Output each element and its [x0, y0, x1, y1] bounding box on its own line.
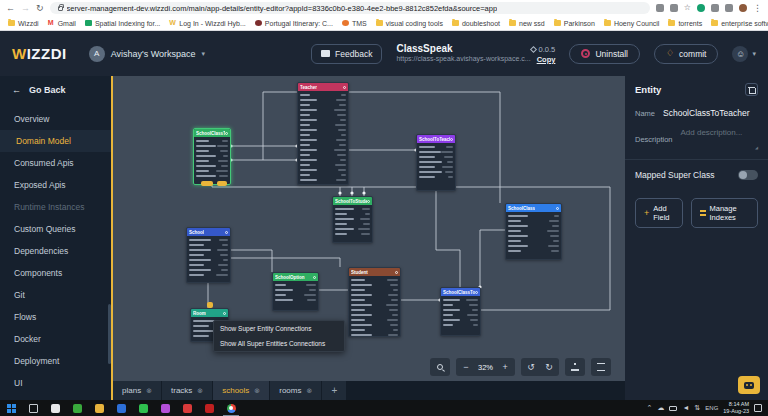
taskbar-photos-app-icon[interactable]: [154, 400, 176, 416]
bookmark-item[interactable]: MGmail: [48, 20, 76, 27]
entity-header[interactable]: SchoolClassToStudent: [441, 288, 480, 296]
context-menu-item[interactable]: Show All Super Entities Connections: [214, 336, 344, 351]
entity-settings-icon[interactable]: [223, 312, 226, 315]
taskbar-notepad-icon[interactable]: [44, 400, 66, 416]
sidebar-item-docker[interactable]: Docker: [0, 328, 111, 350]
entity-field-row[interactable]: [335, 231, 370, 236]
entity-node-teacher[interactable]: Teacher: [297, 82, 349, 185]
clock[interactable]: 8:14 AM 19-Aug-23: [723, 401, 749, 415]
add-field-button[interactable]: + Add Field: [635, 198, 683, 228]
entity-settings-icon[interactable]: [475, 291, 478, 294]
sidebar-item-exposed-apis[interactable]: Exposed Apis: [0, 174, 111, 196]
taskbar-chrome-icon[interactable]: [220, 400, 242, 416]
entity-field-row[interactable]: [275, 297, 316, 302]
tab-close-icon[interactable]: ⊗: [197, 387, 203, 395]
copy-url-link[interactable]: Copy: [537, 55, 556, 64]
uninstall-button[interactable]: Uninstall: [569, 44, 640, 64]
entity-node-schooloption[interactable]: SchoolOption: [272, 272, 319, 311]
sidebar-item-dependencies[interactable]: Dependencies: [0, 240, 111, 262]
entity-settings-icon[interactable]: [225, 132, 228, 135]
entity-field-row[interactable]: [351, 332, 398, 337]
zoom-in-button[interactable]: +: [499, 362, 511, 372]
bookmark-item[interactable]: Portugal Itinerary: C...: [255, 20, 333, 27]
share-icon[interactable]: [670, 4, 678, 12]
bookmark-item[interactable]: doubleshoot: [452, 20, 500, 27]
sidebar-item-domain-model[interactable]: Domain Model: [0, 130, 111, 152]
entity-node-schoolclasstoteacher[interactable]: SchoolClassToTeacher: [193, 128, 231, 185]
entity-header[interactable]: Room: [191, 309, 228, 317]
bookmark-item[interactable]: WLog In - Wizzdi Hyb...: [169, 20, 246, 27]
entity-settings-icon[interactable]: [556, 207, 559, 210]
sidebar-item-git[interactable]: Git: [0, 284, 111, 306]
network-icon[interactable]: ⇅: [694, 404, 700, 412]
entity-header[interactable]: SchoolToStudent: [333, 197, 372, 205]
connection-badge[interactable]: [201, 181, 213, 186]
entity-field-row[interactable]: [419, 174, 453, 179]
feedback-button[interactable]: Feedback: [311, 44, 382, 64]
password-key-icon[interactable]: [656, 4, 664, 12]
back-icon[interactable]: ←: [6, 0, 15, 16]
onedrive-cloud-icon[interactable]: ☁: [657, 404, 664, 412]
bookmark-item[interactable]: TMS: [342, 20, 367, 27]
grammarly-extension-icon[interactable]: [697, 4, 705, 12]
taskbar-task-view-icon[interactable]: [22, 400, 44, 416]
taskbar-acrobat-icon[interactable]: [198, 400, 220, 416]
connection-badge[interactable]: [217, 181, 227, 186]
description-input[interactable]: Add description...: [681, 128, 758, 150]
bookmark-item[interactable]: new ssd: [509, 20, 545, 27]
entity-header[interactable]: SchoolClassToTeacher: [194, 129, 230, 137]
zoom-out-button[interactable]: −: [460, 362, 472, 372]
sidebar-item-consumed-apis[interactable]: Consumed Apis: [0, 152, 111, 174]
sidebar-icon[interactable]: [725, 4, 733, 12]
entity-header[interactable]: SchoolClass: [506, 204, 561, 212]
sidebar-item-components[interactable]: Components: [0, 262, 111, 284]
connection-badge[interactable]: [207, 302, 213, 308]
sidebar-item-overview[interactable]: Overview: [0, 108, 111, 130]
add-tab-button[interactable]: +: [322, 381, 346, 400]
fit-view-button[interactable]: [591, 358, 611, 376]
tab-close-icon[interactable]: ⊗: [146, 387, 152, 395]
sidebar-item-flows[interactable]: Flows: [0, 306, 111, 328]
sidebar-item-ui[interactable]: UI: [0, 372, 111, 394]
entity-node-school[interactable]: School: [186, 227, 231, 283]
volume-icon[interactable]: ◄: [682, 404, 689, 412]
reload-icon[interactable]: ↻: [36, 0, 44, 16]
entity-settings-icon[interactable]: [225, 231, 228, 234]
action-center-icon[interactable]: [754, 404, 762, 412]
entity-node-schoolclasstostudent[interactable]: SchoolClassToStudent: [440, 287, 481, 336]
bookmark-item[interactable]: Parkinson: [554, 20, 595, 27]
sidebar-item-deployment[interactable]: Deployment: [0, 350, 111, 372]
tab-tracks[interactable]: tracks⊗: [162, 381, 213, 400]
hidden-icons-chevron[interactable]: ⌃: [647, 404, 653, 412]
browser-menu-icon[interactable]: ⋮: [753, 0, 762, 16]
wizzdi-logo[interactable]: WIZZDI: [12, 45, 67, 62]
commit-button[interactable]: ♢ commit: [654, 44, 718, 64]
entity-field-row[interactable]: [443, 322, 478, 327]
taskbar-start-icon[interactable]: [0, 400, 22, 416]
entity-settings-icon[interactable]: [450, 138, 453, 141]
entity-settings-icon[interactable]: [367, 200, 370, 203]
entity-settings-icon[interactable]: [343, 86, 346, 89]
taskbar-file-explorer-icon[interactable]: [88, 400, 110, 416]
entity-name-input[interactable]: SchoolClassToTeacher: [663, 108, 749, 118]
entity-node-schoolclass[interactable]: SchoolClass: [505, 203, 562, 260]
bookmark-item[interactable]: enterprise software...: [711, 20, 768, 27]
mapped-super-class-toggle[interactable]: [738, 170, 758, 180]
language-indicator[interactable]: ENG: [705, 405, 718, 411]
taskbar-whatsapp-icon[interactable]: [132, 400, 154, 416]
tab-close-icon[interactable]: ⊗: [306, 387, 312, 395]
entity-header[interactable]: School: [187, 228, 230, 236]
go-back-button[interactable]: ← Go Back: [0, 76, 111, 104]
taskbar-notes-app-icon[interactable]: [66, 400, 88, 416]
manage-indexes-button[interactable]: Manage Indexes: [691, 198, 758, 228]
sidebar-item-custom-queries[interactable]: Custom Queries: [0, 218, 111, 240]
entity-field-row[interactable]: [508, 248, 559, 253]
bookmark-item[interactable]: Hoeny Council: [604, 20, 660, 27]
entity-settings-icon[interactable]: [395, 271, 398, 274]
address-bar[interactable]: server-management-dev.wizzdi.com/main/ap…: [50, 2, 650, 14]
pin-extension-icon[interactable]: [711, 4, 719, 12]
taskbar-media-app-icon[interactable]: [110, 400, 132, 416]
workspace-selector[interactable]: A Avishay's Workspace ▾: [89, 46, 205, 62]
entity-node-student[interactable]: Student: [348, 267, 401, 337]
auto-layout-button[interactable]: [565, 358, 585, 376]
